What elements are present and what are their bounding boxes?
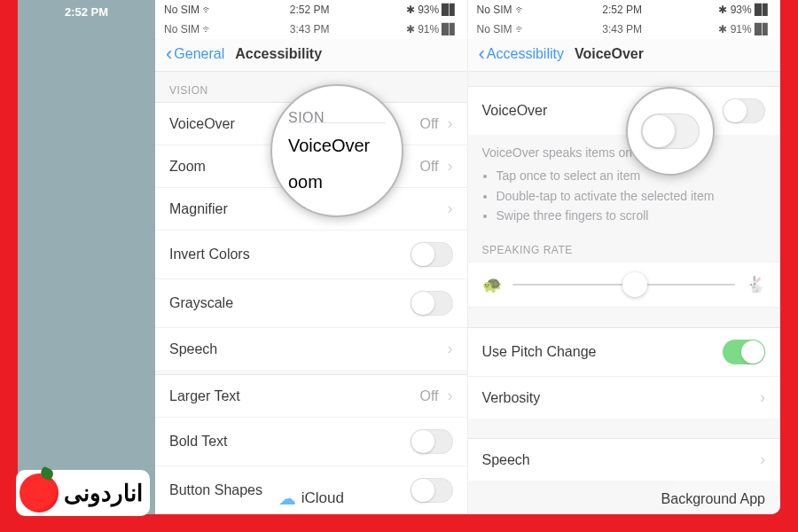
row-label: Bold Text	[169, 434, 228, 450]
callout-main-label: VoiceOver	[288, 122, 386, 168]
section-speaking-rate: SPEAKING RATE	[468, 231, 780, 262]
callout-toggle	[641, 113, 700, 149]
speaking-rate-slider[interactable]: 🐢 🐇	[468, 262, 780, 308]
row-grayscale[interactable]: Grayscale	[155, 278, 467, 327]
battery-label: ✱ 91% ▉▋	[406, 23, 458, 35]
row-label: VoiceOver	[169, 116, 235, 132]
row-invert-colors[interactable]: Invert Colors	[155, 230, 467, 278]
screenshot-voiceover: No SIM ᯤ 2:52 PM ✱ 93% ▉▋ No SIM ᯤ 3:43 …	[468, 0, 781, 514]
chevron-right-icon: ›	[448, 157, 453, 176]
cloud-icon: ☁︎	[278, 488, 296, 509]
battery-label: ✱ 93% ▉▋	[406, 4, 458, 16]
toggle-button-shapes[interactable]	[411, 478, 453, 503]
turtle-icon: 🐢	[482, 275, 502, 294]
battery-label: ✱ 91% ▉▋	[718, 23, 771, 35]
row-value: Off	[419, 116, 438, 132]
row-label: Speech	[169, 341, 217, 357]
desc-item: Swipe three fingers to scroll	[497, 207, 766, 224]
row-speech-detail[interactable]: Speech ›	[468, 438, 780, 481]
toggle-voiceover[interactable]	[723, 98, 765, 123]
callout-fragment-top: SION	[288, 110, 386, 126]
toggle-invert-colors[interactable]	[411, 242, 453, 267]
row-label: Speech	[482, 452, 530, 468]
back-label: General	[174, 46, 224, 62]
clock: 3:43 PM	[602, 23, 642, 35]
row-voiceover-master[interactable]: VoiceOver	[468, 86, 780, 135]
chevron-right-icon: ›	[448, 114, 453, 133]
carrier-label: No SIM ᯤ	[477, 4, 526, 16]
callout-circle-toggle	[626, 87, 715, 176]
callout-circle-voiceover-row: SION VoiceOver oom	[270, 84, 403, 217]
desc-item: Double-tap to activate the selected item	[497, 187, 766, 205]
row-label: Magnifier	[169, 201, 228, 217]
row-label: Zoom	[169, 159, 206, 175]
chevron-right-icon: ›	[760, 450, 765, 469]
chevron-right-icon: ›	[448, 200, 453, 218]
chevron-right-icon: ›	[448, 387, 453, 405]
callout-fragment-bottom: oom	[288, 165, 386, 192]
back-button[interactable]: ‹ Accessibility	[479, 46, 564, 62]
pomegranate-icon	[20, 473, 59, 512]
brand-logo: اناردونی	[16, 470, 150, 516]
row-label: Button Shapes	[169, 482, 262, 498]
toggle-bold-text[interactable]	[411, 429, 453, 454]
inner-status-bar: No SIM ᯤ 3:43 PM ✱ 91% ▉▋	[468, 20, 780, 39]
row-label: Verbosity	[482, 390, 541, 406]
footer-icloud: iCloud	[301, 489, 344, 507]
row-label: VoiceOver	[482, 103, 548, 119]
toggle-grayscale[interactable]	[411, 291, 453, 316]
bg-status-time: 2:52 PM	[65, 5, 108, 19]
carrier-label: No SIM ᯤ	[164, 23, 213, 35]
screenshot-accessibility: No SIM ᯤ 2:52 PM ✱ 93% ▉▋ No SIM ᯤ 3:43 …	[155, 0, 468, 514]
toggle-use-pitch-change[interactable]	[723, 340, 765, 364]
nav-title: VoiceOver	[575, 46, 644, 62]
clock: 2:52 PM	[602, 4, 642, 16]
row-speech[interactable]: Speech ›	[155, 327, 467, 370]
nav-bar: ‹ Accessibility VoiceOver	[468, 39, 780, 72]
row-label: Invert Colors	[169, 246, 250, 262]
slider-track[interactable]	[512, 284, 736, 286]
outer-status-bar: No SIM ᯤ 2:52 PM ✱ 93% ▉▋	[155, 0, 467, 20]
chevron-right-icon: ›	[760, 388, 765, 407]
row-label: Grayscale	[169, 295, 233, 311]
voiceover-description: VoiceOver speaks items on the screen: Ta…	[468, 135, 780, 231]
row-value: Off	[419, 159, 438, 175]
brand-text: اناردونی	[64, 480, 143, 507]
row-label: Larger Text	[169, 388, 240, 404]
slider-thumb[interactable]	[622, 272, 647, 297]
carrier-label: No SIM ᯤ	[164, 4, 213, 16]
row-verbosity[interactable]: Verbosity ›	[468, 376, 780, 419]
outer-status-bar: No SIM ᯤ 2:52 PM ✱ 93% ▉▋	[468, 0, 780, 20]
desc-heading: VoiceOver speaks items on the screen:	[482, 144, 766, 161]
clock: 3:43 PM	[290, 23, 330, 35]
rabbit-icon: 🐇	[746, 275, 765, 294]
inner-status-bar: No SIM ᯤ 3:43 PM ✱ 91% ▉▋	[155, 20, 467, 39]
battery-label: ✱ 93% ▉▋	[718, 4, 771, 16]
row-bold-text[interactable]: Bold Text	[155, 417, 467, 466]
back-button[interactable]: ‹ General	[166, 46, 224, 62]
row-larger-text[interactable]: Larger Text Off›	[155, 374, 467, 417]
footer-background-app: Background App	[661, 491, 765, 507]
nav-bar: ‹ General Accessibility	[155, 39, 467, 72]
row-value: Off	[419, 388, 438, 404]
carrier-label: No SIM ᯤ	[477, 23, 526, 35]
back-label: Accessibility	[487, 46, 564, 62]
desc-item: Tap once to select an item	[497, 167, 766, 184]
clock: 2:52 PM	[290, 4, 330, 16]
row-use-pitch-change[interactable]: Use Pitch Change	[468, 327, 780, 376]
nav-title: Accessibility	[235, 46, 322, 62]
row-label: Use Pitch Change	[482, 344, 597, 360]
chevron-right-icon: ›	[448, 340, 453, 358]
muted-background-strip: 2:52 PM Mail Safari Music	[18, 0, 155, 514]
